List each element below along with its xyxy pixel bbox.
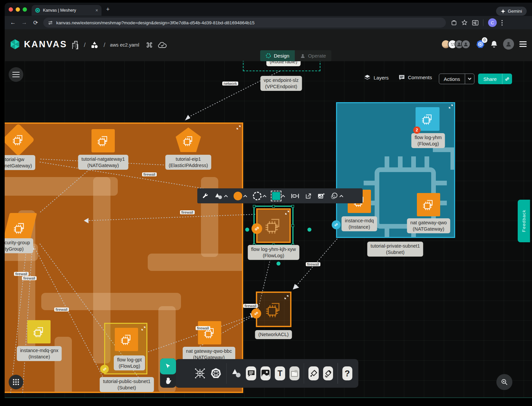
command-icon[interactable] xyxy=(146,41,153,49)
kubernetes-tool[interactable] xyxy=(210,366,222,381)
collaborator-avatar[interactable] xyxy=(461,40,470,49)
save-icon[interactable] xyxy=(451,20,457,26)
cloud-sync-icon[interactable] xyxy=(158,41,167,49)
environment-badge[interactable]: 0 xyxy=(476,40,485,49)
back-button[interactable]: ← xyxy=(7,19,19,26)
design-mode-icon xyxy=(266,53,271,59)
close-window-button[interactable] xyxy=(9,7,13,12)
note-tool[interactable] xyxy=(289,366,300,380)
freehand-tool[interactable] xyxy=(323,366,333,380)
link-badge[interactable] xyxy=(251,308,261,318)
browser-menu-icon[interactable] xyxy=(501,20,503,26)
url-bar[interactable]: kanvas.new/extension/meshmap?mode=design… xyxy=(43,18,446,28)
expand-icon[interactable] xyxy=(448,104,453,109)
design-file-name[interactable]: aws ec2.yaml xyxy=(110,42,139,48)
shapes-tool-dock[interactable] xyxy=(231,366,242,381)
maximize-window-button[interactable] xyxy=(23,7,27,12)
pan-tool[interactable] xyxy=(160,374,176,387)
collaborator-avatars[interactable] xyxy=(441,40,470,49)
zoom-button[interactable] xyxy=(496,374,512,390)
shapes-tool[interactable] xyxy=(214,192,228,200)
node-label-private-subnet[interactable]: tutorial-private-subnet1(Subnet) xyxy=(367,242,423,257)
node-nat-gateway-qwo[interactable] xyxy=(417,193,440,216)
share-link-button[interactable] xyxy=(502,74,512,84)
forward-button[interactable]: → xyxy=(19,19,30,26)
feedback-tab[interactable]: Feedback xyxy=(518,200,530,242)
layers-button[interactable]: Layers xyxy=(364,74,389,81)
fill-square-swatch[interactable] xyxy=(272,192,280,200)
fill-color-swatch[interactable] xyxy=(234,192,242,200)
workspace-icon[interactable] xyxy=(90,41,99,49)
actions-button[interactable]: Actions xyxy=(439,74,474,84)
actions-dropdown-button[interactable] xyxy=(465,74,474,84)
node-label-instance-gnx[interactable]: instance-mdq-gnx(Instance) xyxy=(17,346,62,361)
node-label-flow-log-kjh[interactable]: flow log-yhm-kjh-xyw(FlowLog) xyxy=(248,245,299,260)
window-controls[interactable] xyxy=(9,7,27,12)
node-nat-gateway-bbc[interactable] xyxy=(198,321,221,344)
node-flow-log-gpt[interactable] xyxy=(115,328,138,351)
node-label-instance-mdq[interactable]: instance-mdq(Instance) xyxy=(341,216,377,231)
node-label-natgw1[interactable]: tutorial-natgateway1(NATGateway) xyxy=(78,155,128,170)
node-label-nat-gw-qwo[interactable]: nat gateway-qwo(NATGateway) xyxy=(407,218,450,233)
notifications-bell-icon[interactable] xyxy=(490,40,498,48)
tab-close-button[interactable]: × xyxy=(95,8,98,13)
text-tool[interactable]: T xyxy=(275,366,285,380)
resize-handle[interactable] xyxy=(291,224,294,227)
expand-icon[interactable] xyxy=(285,210,289,215)
browser-tab[interactable]: Kanvas | Meshery × xyxy=(32,5,101,16)
node-label-eip1[interactable]: tutorial-eip1(ElasticIPAddress) xyxy=(165,155,211,170)
node-label-security-group[interactable]: tutorial-security-group(SecurityGroup) xyxy=(0,238,33,253)
sidepanel-search-icon[interactable] xyxy=(472,20,478,26)
node-label-flow-log-yhm[interactable]: flow log-yhm(FlowLog) xyxy=(411,133,445,148)
node-label-flow-log-gpt[interactable]: flow log-gpt(FlowLog) xyxy=(114,355,145,370)
node-label-network-acl[interactable]: (NetworkACL) xyxy=(255,330,292,339)
comments-button[interactable]: Comments xyxy=(398,74,432,81)
actions-label[interactable]: Actions xyxy=(439,74,465,84)
app-menu-button[interactable] xyxy=(519,40,527,49)
tab-design[interactable]: Design xyxy=(260,50,295,61)
fill-color-tool[interactable] xyxy=(234,192,247,200)
border-style-tool[interactable] xyxy=(253,192,266,200)
kanvas-logo[interactable]: KANVAS xyxy=(9,39,67,50)
node-label-vpc-endpoint[interactable]: vpc endpoint-slz(VPCEndpoint) xyxy=(261,76,302,91)
reload-button[interactable]: ⟳ xyxy=(30,19,41,26)
user-profile-avatar[interactable] xyxy=(503,39,514,50)
resize-handle[interactable] xyxy=(291,205,294,208)
expand-icon[interactable] xyxy=(284,295,289,300)
gemini-button[interactable]: Gemini xyxy=(496,7,527,16)
link-badge[interactable] xyxy=(100,365,109,373)
configure-tool[interactable] xyxy=(202,193,209,199)
resize-handle[interactable] xyxy=(272,205,275,208)
organization-icon[interactable] xyxy=(71,41,79,49)
resize-handle[interactable] xyxy=(253,205,256,208)
expand-icon[interactable] xyxy=(236,125,241,130)
resize-width-tool[interactable] xyxy=(291,193,299,199)
link-badge[interactable] xyxy=(332,220,341,229)
share-button[interactable]: Share xyxy=(478,74,512,84)
browser-profile-avatar[interactable]: C xyxy=(488,18,497,27)
component-tool[interactable] xyxy=(194,366,206,381)
edge-pen-tool[interactable] xyxy=(308,366,319,380)
help-tool[interactable]: ? xyxy=(342,366,353,380)
comment-tool[interactable] xyxy=(246,366,256,380)
ellipse-tool[interactable] xyxy=(330,192,343,200)
select-tool[interactable] xyxy=(160,358,176,374)
node-label-public-subnet[interactable]: tutorial-public-subnet1(Subnet) xyxy=(100,377,154,392)
shape-fill-tool[interactable] xyxy=(272,192,285,200)
notification-badge[interactable]: 2 xyxy=(413,126,421,134)
node-nat-gateway-1[interactable] xyxy=(91,129,115,152)
image-tool[interactable] xyxy=(261,366,271,380)
bookmark-star-icon[interactable] xyxy=(461,20,467,26)
link-badge[interactable] xyxy=(252,223,262,234)
new-tab-button[interactable]: + xyxy=(106,6,110,13)
apps-grid-button[interactable] xyxy=(9,375,23,389)
add-image-tool[interactable] xyxy=(317,193,325,199)
expand-icon[interactable] xyxy=(141,326,146,331)
tab-operate[interactable]: Operate xyxy=(295,50,331,61)
canvas-menu-button[interactable] xyxy=(9,67,23,82)
minimize-window-button[interactable] xyxy=(16,7,20,12)
node-label-igw[interactable]: tutorial-igw(InternetGateway) xyxy=(0,155,35,170)
open-in-new-tool[interactable] xyxy=(305,193,312,199)
share-label[interactable]: Share xyxy=(478,74,502,84)
node-instance-gnx[interactable] xyxy=(27,320,51,343)
